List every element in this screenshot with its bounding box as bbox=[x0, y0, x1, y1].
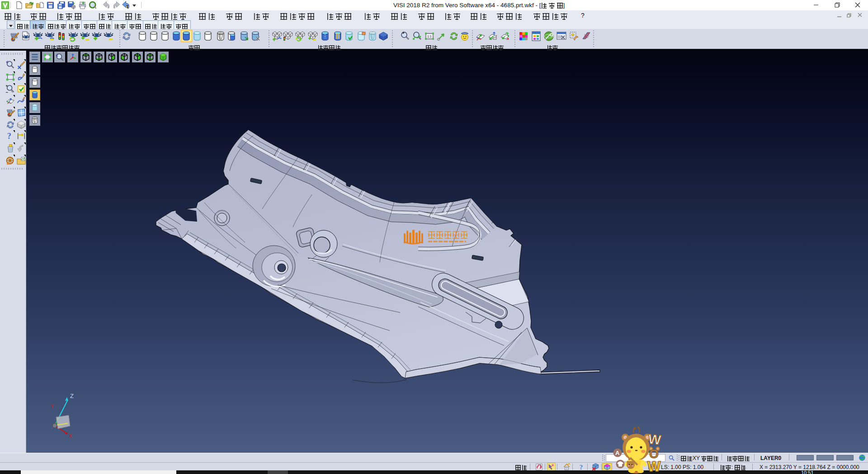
svg-text:?: ? bbox=[7, 132, 11, 141]
svg-text:A: A bbox=[615, 450, 620, 456]
svg-text:X: X bbox=[69, 433, 72, 439]
svg-text:W: W bbox=[647, 459, 661, 474]
svg-text:Y: Y bbox=[51, 403, 54, 409]
svg-text:W: W bbox=[647, 431, 662, 448]
svg-text:1:1: 1:1 bbox=[427, 35, 432, 38]
svg-text:?: ? bbox=[580, 464, 583, 471]
svg-text:Z: Z bbox=[70, 393, 74, 399]
